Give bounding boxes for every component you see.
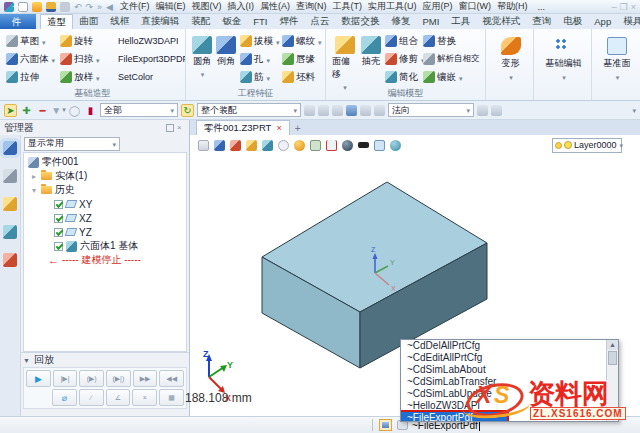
chevron-down-icon[interactable]: ▾ <box>30 186 38 195</box>
ribbon-item-revolve[interactable]: 旋转 <box>60 35 118 48</box>
document-tab[interactable]: 零件001.Z3PRT × <box>196 120 290 135</box>
ribbon-item-combine[interactable]: 组合 <box>385 35 423 48</box>
menu-item[interactable]: 实用工具(U) <box>365 0 420 13</box>
replay-tool-button[interactable]: ∠ <box>106 389 131 406</box>
unlink-icon[interactable] <box>318 105 329 116</box>
ribbon-tab[interactable]: 线框 <box>104 14 135 29</box>
replay-tool-button[interactable]: ∕ <box>79 389 104 406</box>
wireframe-view-icon[interactable] <box>278 140 289 151</box>
tree-node-history[interactable]: ▾ 历史 <box>24 183 186 197</box>
autocomplete-item[interactable]: ~HelloZW3DAPI <box>401 400 607 412</box>
ribbon-item-extrude[interactable]: 拉伸 <box>6 71 60 84</box>
tree-root-part[interactable]: 零件001 <box>24 155 186 169</box>
tree-node-solids[interactable]: ▸ 实体(1) <box>24 169 186 183</box>
ribbon-item-hole[interactable]: 孔 <box>240 53 282 66</box>
exit-icon[interactable] <box>198 140 209 151</box>
dock-icon[interactable] <box>166 124 174 132</box>
select-cursor-icon[interactable]: ➤ <box>4 104 17 117</box>
paint-icon[interactable] <box>246 140 257 151</box>
ribbon-item-chamfer[interactable]: 倒角 <box>216 36 236 88</box>
ribbon-tab[interactable]: 点云 <box>304 14 335 29</box>
restore-icon[interactable]: ❐ <box>620 2 628 12</box>
section-icon[interactable] <box>326 140 337 151</box>
ribbon-tab[interactable]: 视觉样式 <box>476 14 526 29</box>
popup-scrollbar[interactable]: ▲ <box>606 340 618 421</box>
tab-regen-icon[interactable] <box>3 253 17 267</box>
replay-button[interactable]: ▶▶ <box>133 370 158 387</box>
ribbon-item-sweep[interactable]: 扫掠 <box>60 53 118 66</box>
menu-item[interactable]: 帮助(H) <box>494 0 531 13</box>
ribbon-tab[interactable]: FTI <box>247 14 273 29</box>
ribbon-tab[interactable]: 数据交换 <box>335 14 385 29</box>
autocomplete-item[interactable]: ~CdEditAllPrtCfg <box>401 352 607 364</box>
replay-header[interactable]: ▼ 回放 <box>23 353 187 367</box>
autocomplete-item[interactable]: ~CdSimLabAbout <box>401 364 607 376</box>
checkbox-checked-icon[interactable] <box>54 200 63 209</box>
ribbon-item-datum-plane[interactable]: 基准面 <box>598 37 636 82</box>
shaded-view-icon[interactable] <box>262 140 273 151</box>
plane-display-icon[interactable] <box>374 140 385 151</box>
render-mode-icon[interactable] <box>390 140 401 151</box>
menu-item[interactable]: 编辑(E) <box>153 0 189 13</box>
save-icon[interactable] <box>46 2 56 12</box>
tab-visual-icon[interactable] <box>3 197 17 211</box>
ribbon-item-loft[interactable]: 放样 <box>60 71 118 84</box>
autocomplete-item[interactable]: ~CdSimLabTransfer <box>401 376 607 388</box>
entity-filter-select[interactable]: 全部 <box>100 103 178 117</box>
replay-button[interactable]: ▶ <box>26 370 51 387</box>
ribbon-item-draft[interactable]: 拔模 <box>240 35 282 48</box>
view-orient-icon[interactable] <box>214 140 225 151</box>
menu-item[interactable]: 属性(A) <box>257 0 293 13</box>
align-top-icon[interactable] <box>332 105 343 116</box>
collapse-left-icon[interactable]: ◀ <box>106 2 113 12</box>
menu-item[interactable]: 查询(N) <box>293 0 330 13</box>
remove-selection-icon[interactable]: ━ <box>36 104 49 117</box>
replay-tool-button[interactable]: ⌀ <box>52 389 77 406</box>
scroll-up-icon[interactable]: ▲ <box>607 340 618 350</box>
ribbon-item-stock[interactable]: 坯料 <box>282 71 326 84</box>
toolbar-overflow-icon[interactable]: » <box>97 2 102 12</box>
ribbon-item-shell[interactable]: 抽壳 <box>361 36 381 88</box>
menu-item[interactable]: 插入(I) <box>225 0 258 13</box>
collapse-bar-icon[interactable] <box>631 106 636 115</box>
grid-icon[interactable] <box>310 140 321 151</box>
pick-normal-icon[interactable] <box>477 105 488 116</box>
replay-tool-button[interactable]: ▦ <box>159 389 184 406</box>
scope-select[interactable]: 整个装配 <box>197 103 301 117</box>
checkbox-checked-icon[interactable] <box>54 214 63 223</box>
panel-close-icon[interactable]: × <box>177 124 185 132</box>
menu-item[interactable]: 应用(P) <box>420 0 456 13</box>
checkbox-checked-icon[interactable] <box>54 228 63 237</box>
ribbon-item-thread[interactable]: 螺纹 <box>282 35 326 48</box>
regen-icon[interactable]: ↻ <box>181 104 194 117</box>
ribbon-tab[interactable]: 查询 <box>526 14 557 29</box>
ribbon-item-lip[interactable]: 唇缘 <box>282 53 326 66</box>
ribbon-item-resolve-selfx[interactable]: 解析自相交 <box>423 53 481 65</box>
normal-select[interactable]: 法向 <box>388 103 474 117</box>
close-icon[interactable]: × <box>631 2 636 12</box>
ribbon-tab[interactable]: 直接编辑 <box>135 14 185 29</box>
chevron-right-icon[interactable]: ▸ <box>30 172 38 181</box>
ribbon-item-simplify[interactable]: 简化 <box>385 71 423 84</box>
layer-select[interactable]: Layer0000 <box>552 138 622 153</box>
ribbon-tab[interactable]: 修复 <box>385 14 416 29</box>
ribbon-tab[interactable]: 工具 <box>445 14 476 29</box>
filter-icon[interactable]: ▼ <box>52 104 65 117</box>
file-menu-button[interactable]: 文件(F) <box>0 14 36 29</box>
new-tab-button[interactable]: + <box>290 122 306 135</box>
ribbon-item-rib[interactable]: 筋 <box>240 71 282 84</box>
ribbon-tab[interactable]: 模具 <box>617 14 640 29</box>
align-middle-icon[interactable] <box>346 105 357 116</box>
ribbon-item-setcolor[interactable]: SetColor <box>118 72 186 82</box>
open-file-icon[interactable] <box>32 2 42 12</box>
minimize-icon[interactable]: – <box>612 2 617 12</box>
align-bottom-icon[interactable] <box>360 105 371 116</box>
tree-filter-select[interactable]: 显示常用 <box>24 137 120 151</box>
ribbon-item-box[interactable]: 六面体 <box>6 53 60 66</box>
replay-button[interactable]: (▶) <box>79 370 104 387</box>
tree-rollback-marker[interactable]: ← ----- 建模停止 ----- <box>24 253 186 267</box>
ribbon-item-inlay[interactable]: 镶嵌 <box>423 71 481 84</box>
tree-node-box-feature[interactable]: 六面体1 基体 <box>24 239 186 253</box>
replay-button[interactable]: (▶|) <box>106 370 131 387</box>
ribbon-item-basic-edit[interactable]: 基础编辑 <box>540 37 587 82</box>
